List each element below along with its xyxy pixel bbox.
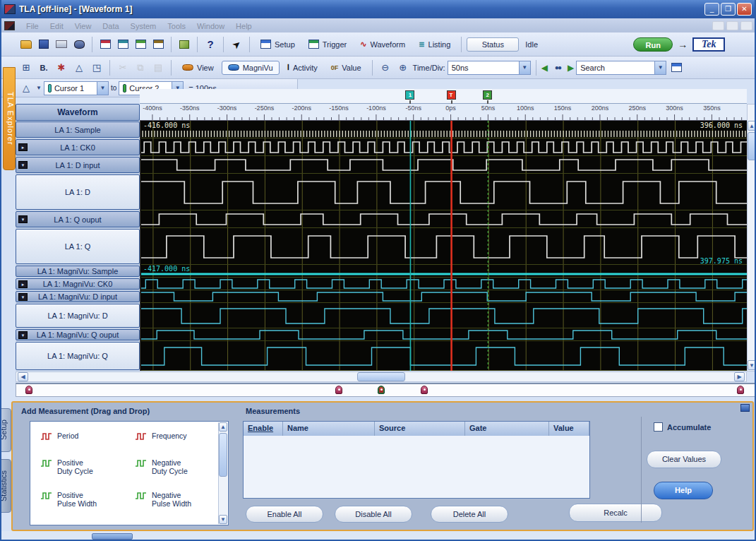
edit-properties-icon[interactable] bbox=[176, 37, 192, 52]
activity-button[interactable]: ⅠActivity bbox=[282, 61, 323, 74]
run-pointer-icon[interactable]: ➤ bbox=[226, 34, 247, 54]
binoculars-icon[interactable]: ●● bbox=[550, 61, 565, 75]
accumulate-checkbox[interactable] bbox=[654, 422, 663, 432]
magnivu-button[interactable]: MagniVu bbox=[222, 61, 280, 75]
child-restore-button[interactable] bbox=[726, 21, 738, 30]
measurement-item-pattern-match[interactable]: Pattern Match bbox=[135, 523, 198, 525]
zoom-in-icon[interactable]: ⊕ bbox=[395, 61, 411, 75]
menu-item-tools[interactable]: Tools bbox=[162, 20, 191, 32]
horizontal-scroll-thumb[interactable] bbox=[357, 372, 405, 381]
channel-label-mv_sample[interactable]: LA 1: MagniVu: Sample bbox=[16, 266, 140, 277]
trigger-view-button[interactable]: Trigger bbox=[303, 37, 352, 51]
snapshot-icon[interactable] bbox=[71, 37, 87, 52]
list-scrollbar[interactable]: ▲ ▼ bbox=[218, 422, 227, 524]
overview-cursor-marker[interactable] bbox=[335, 386, 342, 394]
table-header-source[interactable]: Source bbox=[375, 422, 465, 436]
tla-explorer-tab[interactable]: TLA Explorer bbox=[3, 67, 16, 170]
measurement-item-positive[interactable]: PositivePulse Width bbox=[40, 491, 97, 508]
table-header-gate[interactable]: Gate bbox=[465, 422, 549, 436]
table-header-name[interactable]: Name bbox=[283, 422, 375, 436]
menu-item-data[interactable]: Data bbox=[97, 20, 124, 32]
child-close-button[interactable] bbox=[740, 21, 752, 30]
channel-label-q[interactable]: LA 1: Q bbox=[16, 229, 140, 264]
waveform-canvas[interactable]: -416.000 ns396.000 ns-417.000 ns397.975 … bbox=[140, 121, 747, 371]
measurements-table[interactable]: EnableNameSourceGateValue bbox=[243, 421, 590, 499]
channel-label-mv_q[interactable]: LA 1: MagniVu: Q bbox=[16, 342, 140, 370]
panel-collapse-icon[interactable] bbox=[740, 404, 750, 412]
table-header-value[interactable]: Value bbox=[549, 422, 589, 436]
delete-all-button[interactable]: Delete All bbox=[431, 506, 508, 523]
accumulate-option[interactable]: Accumulate bbox=[654, 422, 711, 432]
open-file-icon[interactable] bbox=[18, 37, 34, 52]
measurement-item-period[interactable]: Period bbox=[40, 432, 78, 443]
listing-view-button[interactable]: ≣Listing bbox=[413, 38, 456, 51]
overview-cursor-marker[interactable] bbox=[25, 386, 32, 394]
channel-label-mv_d_input[interactable]: ▾LA 1: MagniVu: D input bbox=[16, 291, 140, 302]
clear-values-button[interactable]: Clear Values bbox=[647, 451, 721, 468]
search-prev-icon[interactable]: ◀ bbox=[541, 63, 548, 73]
measurement-list[interactable]: ▲ ▼ PeriodFrequencyPositiveDuty CycleNeg… bbox=[30, 421, 229, 525]
menu-item-file[interactable]: File bbox=[20, 20, 44, 32]
close-button[interactable]: ✕ bbox=[737, 3, 752, 16]
menu-item-window[interactable]: Window bbox=[191, 20, 230, 32]
trigger-flag[interactable]: T bbox=[447, 90, 456, 100]
scroll-right-icon[interactable]: ▶ bbox=[734, 372, 745, 381]
scroll-down-icon[interactable]: ▼ bbox=[219, 515, 227, 524]
window-setup-icon[interactable] bbox=[97, 37, 113, 52]
measurement-item-channel-to[interactable]: Channel toChannel Delay bbox=[40, 523, 106, 525]
restore-button[interactable]: ❐ bbox=[721, 3, 736, 16]
recalc-button[interactable]: Recalc bbox=[569, 504, 662, 522]
table-body[interactable] bbox=[244, 436, 589, 498]
scroll-down-icon[interactable]: ▼ bbox=[748, 360, 756, 370]
minimize-button[interactable]: _ bbox=[704, 3, 719, 16]
measurement-item-positive[interactable]: PositiveDuty Cycle bbox=[40, 458, 93, 475]
measurement-item-negative[interactable]: NegativePulse Width bbox=[135, 491, 191, 508]
channel-label-mv_ck0[interactable]: ▸LA 1: MagniVu: CK0 bbox=[16, 278, 140, 290]
value-button[interactable]: 0FValue bbox=[325, 61, 367, 74]
horizontal-scrollbar[interactable]: ◀ ▶ bbox=[16, 371, 747, 382]
measure-tool-icon[interactable]: △ bbox=[71, 61, 87, 75]
chevron-down-icon[interactable]: ▼ bbox=[519, 61, 530, 74]
delta-dropdown-icon[interactable]: ▼ bbox=[36, 85, 42, 91]
status-button[interactable]: Status bbox=[467, 37, 519, 52]
timediv-combo[interactable]: 50ns▼ bbox=[448, 61, 531, 75]
cursor1-flag[interactable]: 1 bbox=[405, 90, 414, 100]
scroll-up-icon[interactable]: ▲ bbox=[219, 422, 227, 432]
zoom-out-icon[interactable]: ⊖ bbox=[378, 61, 393, 75]
overview-trigger-marker[interactable] bbox=[378, 386, 385, 394]
vertical-scroll-thumb[interactable] bbox=[748, 132, 756, 160]
help-icon[interactable]: ? bbox=[203, 37, 218, 52]
overview-cursor-marker[interactable] bbox=[737, 386, 744, 394]
window-waveform-icon[interactable] bbox=[133, 37, 148, 52]
menu-item-edit[interactable]: Edit bbox=[44, 20, 69, 32]
menu-item-view[interactable]: View bbox=[69, 20, 97, 32]
tab-statistics[interactable]: Statistics bbox=[0, 459, 11, 513]
enable-all-button[interactable]: Enable All bbox=[246, 506, 323, 523]
scroll-up-icon[interactable]: ▲ bbox=[748, 121, 756, 131]
zoom-tool-icon[interactable]: ✱ bbox=[54, 61, 69, 75]
cursor2-flag[interactable]: 2 bbox=[483, 90, 492, 100]
channel-label-d[interactable]: LA 1: D bbox=[16, 174, 140, 210]
search-combo[interactable]: Search▼ bbox=[576, 61, 666, 75]
channel-label-q_ouput[interactable]: ▾LA 1: Q ouput bbox=[16, 211, 140, 227]
measurement-item-frequency[interactable]: Frequency bbox=[135, 432, 187, 443]
view-button[interactable]: View bbox=[176, 61, 220, 74]
tab-setup[interactable]: Setup bbox=[0, 408, 11, 452]
marker-overview-bar[interactable] bbox=[16, 383, 756, 397]
chevron-down-icon[interactable]: ▼ bbox=[654, 61, 666, 74]
channel-label-ck0[interactable]: ▸LA 1: CK0 bbox=[16, 139, 140, 155]
scroll-left-icon[interactable]: ◀ bbox=[18, 372, 28, 381]
waveform-view-button[interactable]: ∿Waveform bbox=[354, 37, 411, 51]
measurement-item-negative[interactable]: NegativeDuty Cycle bbox=[135, 458, 188, 475]
disable-all-button[interactable]: Disable All bbox=[335, 506, 412, 523]
table-header-enable[interactable]: Enable bbox=[244, 422, 283, 436]
channel-label-sample[interactable]: LA 1: Sample bbox=[16, 121, 140, 138]
child-minimize-button[interactable] bbox=[712, 21, 724, 30]
menu-item-help[interactable]: Help bbox=[230, 20, 258, 32]
menu-item-system[interactable]: System bbox=[125, 20, 162, 32]
channel-label-d_input[interactable]: ▾LA 1: D input bbox=[16, 157, 140, 173]
search-definition-icon[interactable] bbox=[668, 61, 684, 75]
setup-view-button[interactable]: Setup bbox=[255, 37, 301, 51]
hierarchy-icon[interactable]: ⊞ bbox=[18, 61, 34, 75]
taskbar-stub[interactable] bbox=[92, 533, 133, 540]
